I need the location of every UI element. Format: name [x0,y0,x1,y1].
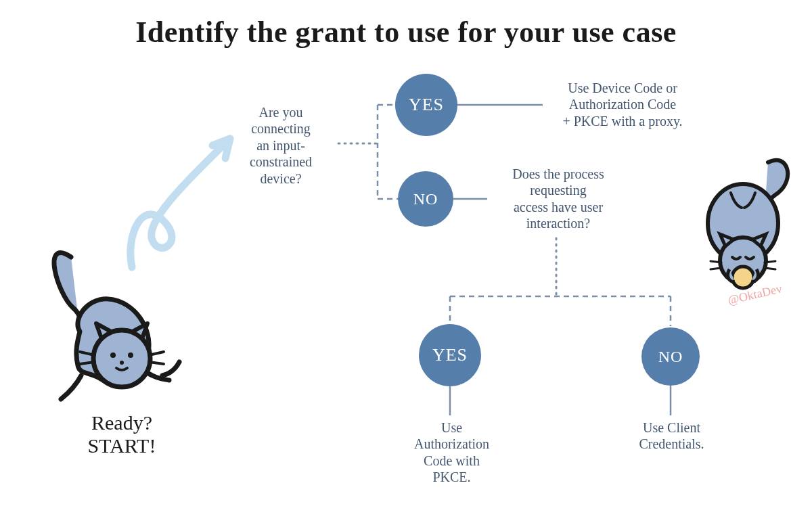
decision-no-bottom: NO [641,327,700,386]
decision-yes-bottom: YES [419,324,481,386]
question-input-constrained: Are you connecting an input- constrained… [227,104,335,187]
svg-point-16 [708,184,778,262]
svg-point-14 [128,352,133,358]
ready-line1: Ready? [91,411,152,434]
result-client-credentials: Use Client Credentials. [612,419,731,453]
decision-no-top: NO [398,171,453,227]
svg-point-15 [120,361,124,365]
svg-point-18 [732,267,754,288]
result-device-code: Use Device Code or Authorization Code + … [541,80,704,129]
question-user-interaction: Does the process requesting access have … [487,166,629,232]
svg-point-12 [93,330,150,387]
start-label: Ready? START! [44,411,200,457]
page-title: Identify the grant to use for your use c… [0,15,812,49]
ready-line2: START! [88,434,156,457]
decision-yes-top: YES [395,74,457,136]
result-auth-code-pkce: Use Authorization Code with PKCE. [392,419,511,486]
svg-point-17 [720,237,766,283]
svg-point-13 [110,352,116,358]
author-handle: @OktaDev [727,281,784,308]
cat-play-illustration [708,160,788,288]
cat-start-illustration [54,253,179,399]
